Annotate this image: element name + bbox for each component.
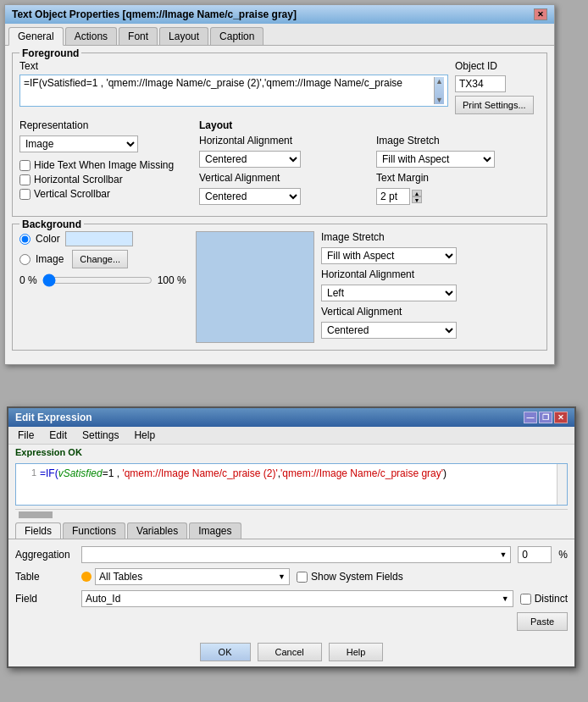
expr-ok-btn[interactable]: OK [200, 643, 251, 661]
text-margin-up-arrow[interactable]: ▲ [412, 190, 422, 196]
expr-menubar: File Edit Settings Help [8, 427, 574, 445]
main-dialog-title: Text Object Properties [qmem://Image Nam… [12, 8, 297, 20]
h-align-select[interactable]: Centered [199, 151, 301, 168]
paste-btn[interactable]: Paste [517, 612, 568, 631]
expr-minimize-btn[interactable]: — [524, 412, 537, 423]
field-dropdown[interactable]: Auto_Id ▼ [81, 590, 513, 607]
expr-editor[interactable]: 1 =IF(vSatisfied=1 , 'qmem://Image Name/… [15, 463, 568, 506]
expr-tab-variables[interactable]: Variables [127, 522, 187, 539]
field-value: Auto_Id [86, 593, 120, 605]
img-stretch-select[interactable]: Fill with Aspect [376, 151, 495, 168]
fg-left-section: Text =IF(vSatisfied=1 , 'qmem://Image Na… [19, 60, 448, 107]
tab-actions[interactable]: Actions [65, 27, 117, 45]
expr-help-btn[interactable]: Help [329, 643, 384, 661]
v-align-select-row: Centered [199, 188, 363, 205]
expr-body: Aggregation ▼ % Table All Tables ▼ Show … [8, 539, 574, 638]
text-margin-down-arrow[interactable]: ▼ [412, 196, 422, 203]
expr-hscroll-thumb[interactable] [19, 511, 53, 518]
background-label: Background [19, 218, 84, 230]
expr-tab-images[interactable]: Images [189, 522, 241, 539]
expr-tab-functions[interactable]: Functions [63, 522, 125, 539]
bg-img-stretch-label-row: Image Stretch [321, 231, 540, 243]
bg-change-btn[interactable]: Change... [72, 250, 128, 268]
bg-v-align-select-row: Centered [321, 322, 540, 339]
expr-menu-help[interactable]: Help [131, 428, 158, 442]
expr-status: Expression OK [8, 445, 574, 460]
expr-string-1: 'qmem://Image Name/c_praise (2)' [122, 467, 277, 479]
vscroll-row: Vertical Scrollbar [19, 188, 189, 200]
hscroll-row: Horizontal Scrollbar [19, 174, 189, 185]
text-expression-field[interactable]: =IF(vSatisfied=1 , 'qmem://Image Name/c_… [19, 75, 448, 107]
tab-general[interactable]: General [8, 27, 64, 46]
hide-text-checkbox[interactable] [19, 160, 31, 171]
text-scrollbar[interactable]: ▲ ▼ [434, 77, 444, 104]
expr-tab-fields[interactable]: Fields [15, 522, 61, 539]
expr-if-keyword: =IF( [40, 467, 58, 479]
hscroll-checkbox[interactable] [19, 174, 31, 185]
img-stretch-row: Image Stretch [376, 135, 540, 146]
foreground-group: Foreground Text =IF(vSatisfied=1 , 'qmem… [12, 53, 547, 217]
text-margin-spinner-row: ▲ ▼ [376, 188, 540, 205]
table-row: Table All Tables ▼ Show System Fields [15, 568, 568, 585]
bg-h-align-label-row: Horizontal Alignment [321, 268, 540, 280]
aggregation-label: Aggregation [15, 549, 75, 561]
color-swatch[interactable] [65, 231, 133, 246]
expr-hscrollbar[interactable] [15, 509, 568, 519]
tab-font[interactable]: Font [119, 27, 158, 45]
layout-right-col: Image Stretch Fill with Aspect Text Marg… [376, 135, 540, 209]
representation-select[interactable]: Image [19, 135, 138, 152]
bg-preview [196, 231, 314, 343]
table-radio-indicator [81, 572, 92, 582]
bg-image-label: Image [36, 253, 64, 265]
bg-image-radio[interactable] [19, 254, 31, 265]
bg-color-radio[interactable] [19, 234, 31, 245]
table-dropdown[interactable]: All Tables ▼ [95, 568, 290, 585]
expr-string-2: 'qmem://Image Name/c_praise gray' [280, 467, 443, 479]
object-id-input[interactable]: TX34 [455, 75, 506, 92]
expr-close-btn[interactable]: ✕ [554, 412, 568, 423]
expr-menu-settings[interactable]: Settings [80, 428, 121, 442]
layout-section: Layout Horizontal Alignment Centered [199, 119, 540, 209]
text-margin-row: Text Margin [376, 172, 540, 184]
bg-color-label: Color [36, 233, 60, 245]
representation-row: Representation [19, 119, 189, 131]
transparency-100: 100 % [158, 274, 186, 286]
text-margin-input[interactable] [376, 188, 410, 205]
show-system-fields-checkbox[interactable] [297, 572, 308, 583]
background-group: Background Color Image Change... [12, 224, 547, 351]
bg-v-align-select[interactable]: Centered [321, 322, 457, 339]
expr-tabs: Fields Functions Variables Images [8, 519, 574, 539]
table-arrow: ▼ [278, 572, 286, 581]
bg-v-align-label: Vertical Alignment [321, 306, 402, 318]
field-row: Field Auto_Id ▼ Distinct [15, 590, 568, 607]
text-object-properties-dialog: Text Object Properties [qmem://Image Nam… [4, 4, 555, 365]
table-value: All Tables [99, 571, 142, 583]
expr-menu-edit[interactable]: Edit [47, 428, 69, 442]
expr-restore-btn[interactable]: ❐ [539, 412, 552, 423]
expr-cancel-btn[interactable]: Cancel [258, 643, 322, 661]
bg-img-stretch-select[interactable]: Fill with Aspect [321, 247, 457, 264]
bg-color-row: Color [19, 231, 189, 246]
expr-text-content[interactable]: =IF(vSatisfied=1 , 'qmem://Image Name/c_… [40, 467, 563, 501]
aggregation-percent-input[interactable] [518, 546, 552, 563]
aggregation-dropdown[interactable]: ▼ [81, 546, 511, 563]
v-align-select[interactable]: Centered [199, 188, 301, 205]
bg-img-stretch-select-row: Fill with Aspect [321, 247, 540, 264]
img-stretch-select-row: Fill with Aspect [376, 151, 540, 168]
vscroll-checkbox[interactable] [19, 189, 31, 200]
table-radio-group: All Tables ▼ [81, 568, 290, 585]
representation-dropdown-row: Image [19, 135, 189, 152]
bg-h-align-select[interactable]: Left [321, 285, 457, 301]
distinct-checkbox[interactable] [520, 594, 531, 605]
expr-vscrollbar[interactable] [557, 464, 567, 505]
transparency-slider[interactable] [42, 274, 153, 287]
expr-var-satisfied: vSatisfied [58, 467, 103, 479]
tab-caption[interactable]: Caption [210, 27, 263, 45]
hscroll-label: Horizontal Scrollbar [34, 174, 123, 185]
bg-image-row: Image Change... [19, 250, 189, 268]
print-settings-btn[interactable]: Print Settings... [455, 96, 534, 114]
main-dialog-close-btn[interactable]: ✕ [534, 8, 547, 20]
expr-menu-file[interactable]: File [15, 428, 36, 442]
tab-layout[interactable]: Layout [159, 27, 208, 45]
aggregation-percent-sign: % [558, 549, 568, 561]
